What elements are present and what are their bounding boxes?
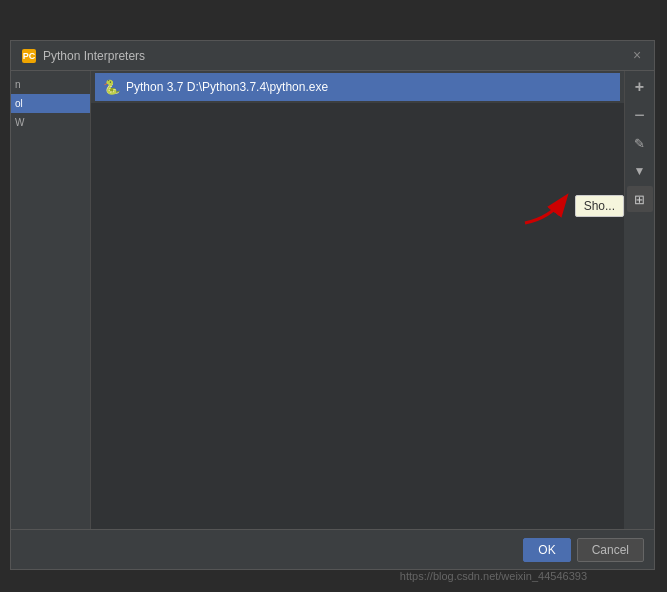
sidebar-item-2[interactable]: ol (11, 94, 90, 113)
interpreter-row[interactable]: 🐍 Python 3.7 D:\Python3.7.4\python.exe (95, 73, 620, 101)
arrow-icon (520, 183, 575, 228)
cancel-button[interactable]: Cancel (577, 538, 644, 562)
dialog-footer: OK Cancel (11, 529, 654, 569)
left-panel: n ol W (11, 71, 91, 529)
main-area: 🐍 Python 3.7 D:\Python3.7.4\python.exe +… (91, 71, 654, 529)
content-area (91, 103, 624, 529)
remove-button[interactable]: − (627, 102, 653, 128)
sidebar-item-3[interactable]: W (11, 113, 90, 132)
add-button[interactable]: + (627, 74, 653, 100)
right-toolbar: + − ✎ ▼ ⊞ (624, 71, 654, 215)
ok-button[interactable]: OK (523, 538, 570, 562)
pc-logo: PC (22, 49, 36, 63)
tooltip-container: Sho... (520, 183, 624, 228)
dialog-title: Python Interpreters (43, 49, 644, 63)
watermark: https://blog.csdn.net/weixin_44546393 (400, 570, 587, 582)
title-bar: PC Python Interpreters × (11, 41, 654, 71)
close-button[interactable]: × (628, 46, 646, 64)
dialog-body: n ol W 🐍 Python 3.7 D:\Python3.7.4\pytho… (11, 71, 654, 529)
sidebar-item-1[interactable]: n (11, 75, 90, 94)
tree-view-button[interactable]: ⊞ (627, 186, 653, 212)
tooltip-text: Sho... (575, 195, 624, 217)
app-icon: PC (21, 48, 37, 64)
filter-button[interactable]: ▼ (627, 158, 653, 184)
interpreter-label: Python 3.7 D:\Python3.7.4\python.exe (126, 80, 328, 94)
python-icon: 🐍 (103, 79, 120, 95)
edit-button[interactable]: ✎ (627, 130, 653, 156)
